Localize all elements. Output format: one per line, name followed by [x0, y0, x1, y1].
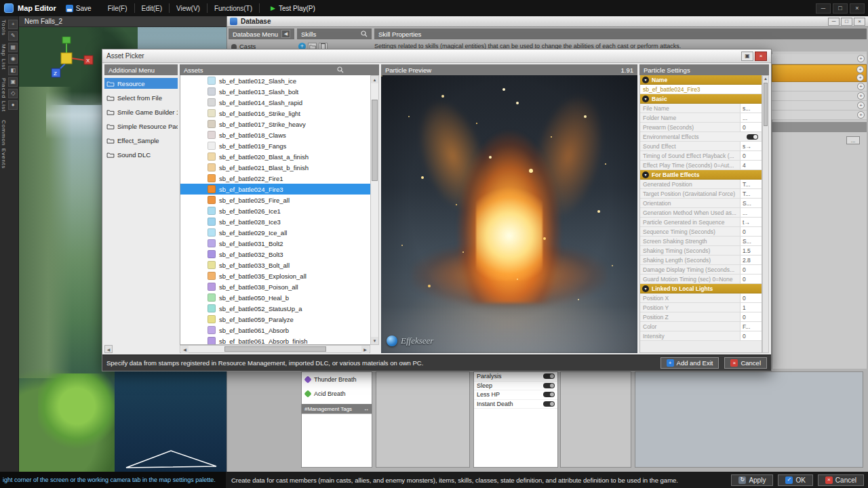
- asset-item[interactable]: sb_ef_battle026_Ice1: [180, 205, 378, 216]
- skill-list-item[interactable]: Thunder Breath: [302, 372, 372, 386]
- settings-value[interactable]: 0: [740, 293, 762, 302]
- dialog-close-button[interactable]: [755, 52, 767, 61]
- settings-row[interactable]: Target Position (Gravitational Force) T.…: [640, 189, 762, 199]
- highlighted-name-field[interactable]: [772, 64, 867, 82]
- close-button[interactable]: [850, 3, 865, 14]
- settings-row[interactable]: Timing of Sound Effect Playback (... 0: [640, 151, 762, 161]
- search-icon[interactable]: [337, 66, 344, 73]
- settings-row[interactable]: Sequence Timing (Seconds) 0: [640, 227, 762, 237]
- scroll-thumb[interactable]: [224, 346, 326, 352]
- ok-button[interactable]: OK: [778, 474, 812, 486]
- browse-button[interactable]: ...: [846, 136, 860, 144]
- scroll-left-icon[interactable]: [181, 346, 189, 353]
- add-and-exit-button[interactable]: Add and Exit: [660, 357, 719, 369]
- asset-item[interactable]: sb_ef_battle052_StatusUp_a: [180, 303, 378, 314]
- tool-icon[interactable]: ◉: [8, 54, 18, 64]
- database-titlebar[interactable]: Database: [227, 16, 868, 27]
- asset-item[interactable]: sb_ef_battle031_Bolt2: [180, 238, 378, 249]
- additional-menu-item[interactable]: Effect_Sample: [104, 135, 178, 146]
- settings-value[interactable]: ...: [740, 208, 762, 217]
- settings-row[interactable]: Name: [640, 75, 762, 85]
- settings-row[interactable]: Guard Motion Timing (sec) 0=None 0: [640, 274, 762, 284]
- expand-row-icon[interactable]: [857, 55, 865, 62]
- asset-item[interactable]: sb_ef_battle014_Slash_rapid: [180, 97, 378, 108]
- settings-value[interactable]: 4: [740, 161, 762, 169]
- tool-icon[interactable]: ◧: [8, 66, 18, 75]
- scroll-left-icon[interactable]: [104, 345, 113, 353]
- asset-item[interactable]: sb_ef_battle017_Strike_heavy: [180, 119, 378, 129]
- settings-row[interactable]: Effect Play Time (Seconds) 0=Aut... 4: [640, 161, 762, 170]
- settings-row[interactable]: For Battle Effects: [640, 170, 762, 180]
- expand-row-icon[interactable]: [856, 74, 864, 81]
- tool-icon[interactable]: ▦: [8, 43, 18, 52]
- settings-row[interactable]: Folder Name ...: [640, 113, 762, 123]
- asset-item[interactable]: sb_ef_battle035_Explosion_all: [180, 270, 378, 281]
- asset-item[interactable]: sb_ef_battle021_Blast_b_finish: [180, 162, 378, 173]
- settings-row[interactable]: Generation Method When Used as... ...: [640, 208, 762, 218]
- settings-row[interactable]: Basic: [640, 94, 762, 104]
- settings-row[interactable]: Orientation S...: [640, 199, 762, 208]
- asset-item[interactable]: sb_ef_battle032_Bolt3: [180, 249, 378, 260]
- cancel-button[interactable]: Cancel: [818, 474, 864, 486]
- menu-item[interactable]: File(F): [101, 3, 135, 13]
- menu-item[interactable]: Functions(T): [208, 3, 260, 13]
- asset-item[interactable]: sb_ef_battle050_Heal_b: [180, 292, 378, 303]
- status-toggle[interactable]: [543, 383, 555, 388]
- tool-icon[interactable]: +: [8, 20, 18, 29]
- settings-row[interactable]: Intensity 0: [640, 331, 762, 341]
- search-icon[interactable]: [361, 30, 368, 37]
- dialog-cancel-button[interactable]: Cancel: [724, 357, 767, 369]
- asset-item[interactable]: sb_ef_battle013_Slash_bolt: [180, 86, 378, 97]
- settings-value[interactable]: s→: [740, 142, 762, 150]
- asset-item[interactable]: sb_ef_battle012_Slash_ice: [180, 75, 378, 86]
- scroll-up-icon[interactable]: [763, 76, 768, 81]
- save-button[interactable]: Save: [66, 5, 92, 12]
- asset-item[interactable]: sb_ef_battle029_Ice_all: [180, 227, 378, 238]
- scroll-right-icon[interactable]: [361, 346, 369, 353]
- tool-icon[interactable]: ◇: [8, 89, 18, 98]
- settings-value[interactable]: 0: [740, 331, 762, 340]
- db-minimize-button[interactable]: [828, 18, 840, 26]
- settings-value[interactable]: 1.5: [740, 246, 762, 255]
- settings-value[interactable]: s...: [740, 104, 762, 113]
- asset-item[interactable]: sb_ef_battle019_Fangs: [180, 140, 378, 151]
- settings-value[interactable]: T...: [740, 189, 762, 198]
- status-toggle[interactable]: [543, 392, 555, 397]
- db-maximize-button[interactable]: [841, 18, 852, 26]
- asset-item[interactable]: sb_ef_battle028_Ice3: [180, 216, 378, 227]
- rail-tab[interactable]: Tools: [1, 20, 7, 36]
- additional-menu-item[interactable]: Smile Game Builder 1: [104, 106, 178, 117]
- tool-icon[interactable]: ▣: [8, 77, 18, 87]
- scroll-thumb[interactable]: [372, 100, 378, 181]
- tool-icon[interactable]: ✎: [8, 31, 18, 41]
- settings-vscrollbar[interactable]: [762, 75, 769, 353]
- expand-row-icon[interactable]: [857, 102, 865, 109]
- asset-item[interactable]: sb_ef_battle018_Claws: [180, 129, 378, 140]
- settings-row[interactable]: Shaking Timing (Seconds) 1.5: [640, 246, 762, 256]
- status-effect-row[interactable]: Instant Death: [474, 400, 557, 409]
- asset-item[interactable]: sb_ef_battle025_Fire_all: [180, 195, 378, 205]
- rail-tab[interactable]: Placed List: [1, 78, 7, 112]
- expand-row-icon[interactable]: [857, 83, 865, 90]
- scroll-thumb[interactable]: [764, 83, 768, 126]
- dialog-restore-button[interactable]: [741, 52, 753, 61]
- asset-item[interactable]: sb_ef_battle033_Bolt_all: [180, 260, 378, 270]
- asset-item[interactable]: sb_ef_battle061_Absorb: [180, 325, 378, 336]
- asset-item[interactable]: sb_ef_battle059_Paralyze: [180, 314, 378, 325]
- status-toggle[interactable]: [543, 401, 555, 407]
- settings-value[interactable]: F...: [740, 322, 762, 331]
- settings-value[interactable]: 2.8: [740, 256, 762, 264]
- menu-item[interactable]: Edit(E): [135, 3, 170, 13]
- asset-item[interactable]: sb_ef_battle061_Absorb_finish: [180, 336, 378, 345]
- settings-value[interactable]: 0: [740, 265, 762, 274]
- settings-value[interactable]: T...: [740, 180, 762, 188]
- additional-menu-item[interactable]: Simple Resource Pack: [104, 121, 178, 131]
- settings-toggle[interactable]: [747, 134, 758, 140]
- settings-value[interactable]: S...: [740, 199, 762, 207]
- section-collapse-icon[interactable]: [642, 96, 649, 102]
- settings-value[interactable]: 0: [740, 274, 762, 283]
- settings-row[interactable]: Environmental Effects: [640, 132, 762, 142]
- settings-value[interactable]: 0: [740, 312, 762, 321]
- scroll-down-icon[interactable]: [371, 337, 378, 344]
- expand-row-icon[interactable]: [856, 66, 864, 73]
